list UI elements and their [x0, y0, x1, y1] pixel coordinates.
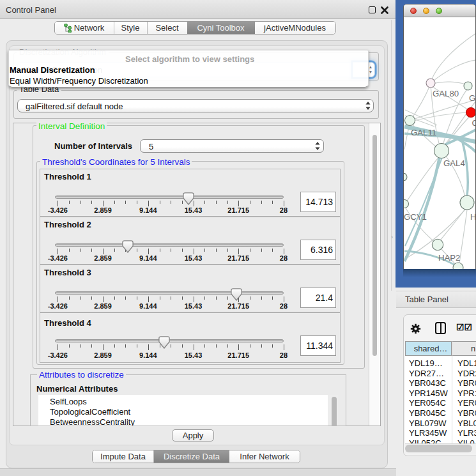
svg-text:GAL11: GAL11 [411, 128, 436, 137]
svg-text:HAP2: HAP2 [438, 253, 460, 263]
svg-text:GAL4: GAL4 [443, 158, 465, 168]
svg-text:GCY1: GCY1 [404, 212, 427, 222]
svg-text:GAL: GAL [469, 93, 476, 103]
svg-text:C: C [472, 118, 476, 128]
svg-text:H: H [470, 212, 476, 222]
svg-text:GAL80: GAL80 [433, 89, 459, 98]
